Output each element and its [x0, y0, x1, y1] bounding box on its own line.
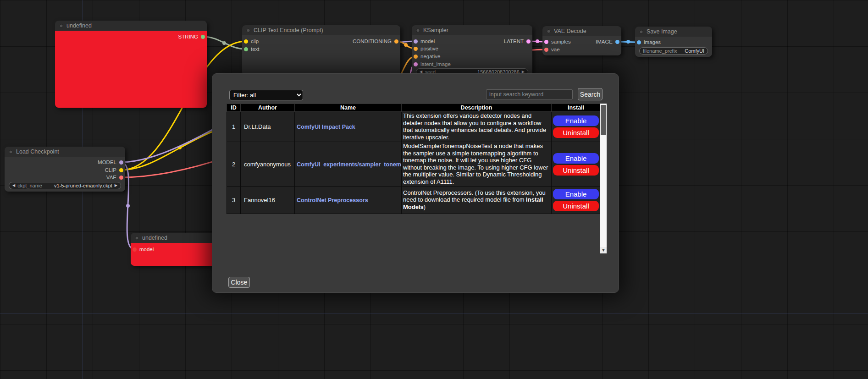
vae-output-port[interactable] [119, 176, 123, 180]
node-graph-canvas[interactable]: undefined STRING CLIP Text Encode (Promp… [0, 0, 868, 379]
link-midpoint-dot [126, 204, 130, 208]
search-button[interactable]: Search [578, 88, 603, 100]
input-slot-model: model [133, 246, 154, 253]
table-row: 3 Fannovel16 ControlNet Preprocessors Co… [227, 187, 601, 214]
row-id: 1 [227, 112, 241, 142]
collapse-dot-icon[interactable] [547, 29, 551, 33]
collapse-dot-icon[interactable] [135, 236, 139, 240]
slot-label: clip [251, 38, 259, 44]
close-button[interactable]: Close [228, 277, 250, 288]
decrement-icon[interactable]: ◀ [12, 182, 15, 189]
slot-label: latent_image [420, 61, 451, 67]
images-input-port[interactable] [637, 40, 641, 44]
node-title: undefined [142, 235, 167, 241]
filename-prefix-widget[interactable]: filename_prefix ComfyUI [639, 47, 708, 55]
widget-value[interactable]: v1-5-pruned-emaonly.ckpt [54, 183, 112, 188]
slot-label: vae [551, 47, 560, 52]
description-text: ) [424, 203, 426, 210]
slot-label: model [139, 247, 154, 252]
row-author: Dr.Lt.Data [241, 112, 295, 142]
node-title: Load Checkpoint [16, 148, 59, 155]
negative-input-port[interactable] [414, 55, 418, 59]
widget-label: filename_prefix [643, 48, 677, 54]
header-install: Install [552, 104, 601, 112]
node-title-bar[interactable]: Load Checkpoint [5, 147, 125, 157]
enable-button[interactable]: Enable [553, 115, 599, 126]
model-output-port[interactable] [119, 160, 123, 165]
node-undefined-top[interactable]: undefined STRING [55, 21, 207, 108]
node-vae-decode[interactable]: VAE Decode samples vae IMAGE [542, 26, 621, 55]
latent-image-input-port[interactable] [414, 62, 418, 66]
enable-button[interactable]: Enable [553, 189, 599, 199]
output-slot-latent: LATENT [504, 38, 531, 44]
clip-input-port[interactable] [244, 39, 248, 44]
node-clip-text-encode[interactable]: CLIP Text Encode (Prompt) clip text COND… [242, 25, 400, 76]
model-input-port[interactable] [414, 39, 418, 44]
uninstall-button[interactable]: Uninstall [553, 165, 599, 176]
extension-link[interactable]: ComfyUI Impact Pack [297, 124, 355, 130]
samples-input-port[interactable] [544, 40, 548, 44]
node-load-checkpoint[interactable]: Load Checkpoint MODEL CLIP VAE ◀ ckpt_na… [5, 147, 125, 192]
scrollbar-thumb[interactable] [601, 105, 606, 135]
link-midpoint-dot [536, 39, 539, 43]
collapse-dot-icon[interactable] [639, 30, 643, 34]
collapse-dot-icon[interactable] [246, 28, 250, 33]
input-slot-text: text [244, 46, 260, 52]
link-midpoint-dot [404, 43, 408, 47]
description-text: ControlNet Preprocessors. (To use this e… [403, 189, 546, 203]
ckpt-name-widget[interactable]: ◀ ckpt_name v1-5-pruned-emaonly.ckpt ▶ [9, 182, 121, 189]
latent-output-port[interactable] [526, 39, 531, 44]
model-input-port[interactable] [133, 247, 137, 252]
node-title: undefined [66, 22, 92, 29]
uninstall-button[interactable]: Uninstall [553, 201, 599, 211]
clip-output-port[interactable] [119, 168, 123, 172]
filter-select[interactable]: Filter: all [229, 90, 303, 100]
slot-label: images [644, 39, 661, 45]
input-slot-negative: negative [414, 53, 440, 60]
table-row: 1 Dr.Lt.Data ComfyUI Impact Pack This ex… [227, 112, 601, 142]
image-output-port[interactable] [615, 40, 619, 44]
slot-label: STRING [178, 34, 198, 39]
row-description: ControlNet Preprocessors. (To use this e… [402, 187, 552, 214]
string-output-port[interactable] [201, 35, 205, 39]
extension-link[interactable]: ComfyUI_experiments/sampler_tonemap [297, 161, 402, 168]
extensions-table-area: ID Author Name Description Install 1 Dr.… [227, 104, 600, 253]
collapse-dot-icon[interactable] [416, 28, 420, 33]
positive-input-port[interactable] [414, 47, 418, 51]
slot-label: negative [420, 54, 440, 59]
node-title-bar[interactable]: VAE Decode [542, 26, 621, 36]
increment-icon[interactable]: ▶ [115, 182, 117, 189]
row-author: comfyanonymous [241, 142, 295, 187]
node-title-bar[interactable]: undefined [55, 21, 207, 31]
vae-input-port[interactable] [544, 48, 548, 52]
input-slot-images: images [637, 39, 661, 45]
text-input-port[interactable] [244, 47, 248, 51]
slot-label: MODEL [98, 159, 116, 165]
search-input[interactable] [486, 89, 573, 99]
node-save-image[interactable]: Save Image images filename_prefix ComfyU… [635, 27, 712, 57]
node-title-bar[interactable]: KSampler [412, 25, 532, 35]
node-title-bar[interactable]: CLIP Text Encode (Prompt) [242, 25, 400, 35]
collapse-dot-icon[interactable] [9, 150, 13, 154]
input-slot-positive: positive [414, 45, 438, 52]
output-slot-clip: CLIP [105, 167, 123, 173]
extension-link[interactable]: ControlNet Preprocessors [297, 197, 368, 203]
install-custom-nodes-dialog: Filter: all Search ID Author Name Descri… [212, 73, 619, 293]
row-author: Fannovel16 [241, 187, 295, 214]
enable-button[interactable]: Enable [553, 153, 599, 164]
table-header-row: ID Author Name Description Install [227, 104, 601, 112]
output-slot-conditioning: CONDITIONING [353, 38, 398, 44]
row-install-cell: Enable Uninstall [552, 142, 601, 187]
node-ksampler[interactable]: KSampler model positive negative latent_… [412, 25, 532, 77]
slot-label: model [420, 38, 435, 44]
scroll-down-icon[interactable]: ▼ [600, 247, 607, 253]
conditioning-output-port[interactable] [394, 39, 398, 44]
collapse-dot-icon[interactable] [59, 24, 63, 28]
scrollbar[interactable]: ▼ [600, 104, 607, 253]
widget-value[interactable]: ComfyUI [685, 48, 704, 54]
node-body: samples vae IMAGE [542, 36, 621, 55]
header-name: Name [295, 104, 402, 112]
uninstall-button[interactable]: Uninstall [553, 127, 599, 138]
node-title-bar[interactable]: Save Image [635, 27, 712, 37]
header-id: ID [227, 104, 241, 112]
